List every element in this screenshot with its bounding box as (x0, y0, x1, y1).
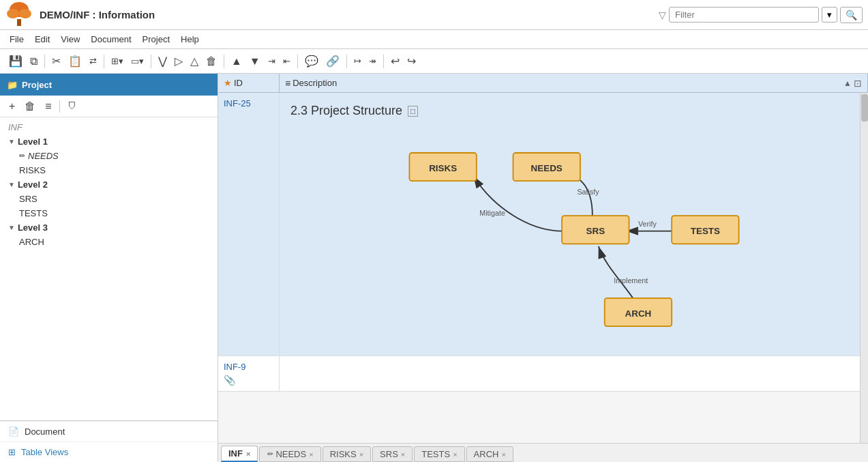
row-desc-inf9 (280, 356, 868, 391)
tab-needs-close[interactable]: × (309, 450, 313, 459)
inf25-id-text: INF-25 (224, 98, 251, 109)
app-logo (5, 1, 33, 29)
toolbar-separator-5 (297, 55, 298, 68)
indent-button[interactable]: ⇥ (265, 55, 279, 68)
upload-button[interactable]: △ (187, 54, 202, 69)
tab-inf-close[interactable]: × (246, 450, 250, 458)
outdent-button[interactable]: ⇤ (280, 55, 294, 68)
filter-search-button[interactable]: 🔍 (840, 7, 863, 23)
sidebar-add-button[interactable]: + (5, 99, 18, 114)
svg-point-1 (7, 9, 19, 18)
col-sort-asc-button[interactable]: ▲ (843, 78, 852, 88)
level1-label: Level 1 (18, 136, 48, 147)
sidebar-list-button[interactable]: ≡ (42, 99, 55, 114)
tree-item-needs[interactable]: ✏ NEEDS (0, 149, 218, 163)
filter-dropdown-button[interactable]: ▾ (822, 7, 837, 23)
tab-srs[interactable]: SRS × (372, 446, 413, 462)
col-expand-button[interactable]: ⊡ (854, 78, 862, 89)
scrollbar[interactable] (860, 93, 868, 443)
toolbar-separator-6 (346, 55, 347, 68)
arrow-satisfy-label: Satisfy (577, 188, 599, 196)
tab-arch-close[interactable]: × (501, 450, 505, 459)
tab-needs-label: NEEDS (275, 449, 306, 459)
tree-item-srs[interactable]: SRS (0, 192, 218, 206)
tree-item-risks[interactable]: RISKS (0, 163, 218, 177)
tab-needs-edit-icon: ✏ (267, 450, 273, 459)
undo-button[interactable]: ↩ (387, 54, 403, 69)
content-header: ★ ID ≡ Description ▲ ⊡ (218, 74, 868, 93)
tree-item-level3[interactable]: ▼ Level 3 (0, 220, 218, 235)
menu-help[interactable]: Help (177, 33, 203, 46)
tree-item-level2[interactable]: ▼ Level 2 (0, 177, 218, 192)
needs-label: NEEDS (28, 151, 59, 161)
save-button[interactable]: 💾 (5, 54, 26, 69)
project-tree: INF ▼ Level 1 ✏ NEEDS RISKS ▼ Level 2 (0, 117, 218, 420)
sidebar-document-item[interactable]: 📄 Document (0, 421, 218, 442)
content-body: INF-25 2.3 Project Structure □ (218, 93, 868, 443)
tab-tests-close[interactable]: × (453, 450, 457, 459)
paste-button[interactable]: 📋 (65, 54, 85, 69)
tab-risks-close[interactable]: × (359, 450, 363, 459)
toolbar-separator-7 (383, 55, 384, 68)
tab-srs-close[interactable]: × (401, 450, 405, 459)
sidebar-toolbar: + 🗑 ≡ ⛉ (0, 96, 218, 117)
id-col-star: ★ (224, 78, 232, 88)
sidebar-tree-button[interactable]: ⛉ (64, 100, 80, 113)
tab-needs[interactable]: ✏ NEEDS × (259, 446, 320, 462)
tree-item-inf[interactable]: INF (0, 120, 218, 134)
desc-col-icon: ≡ (285, 78, 290, 89)
menu-file[interactable]: File (5, 33, 28, 46)
tab-risks-label: RISKS (330, 449, 357, 459)
srs-label: SRS (19, 194, 38, 204)
tab-tests[interactable]: TESTS × (414, 446, 464, 462)
menu-document[interactable]: Document (87, 33, 135, 46)
share-button[interactable]: ⇄ (86, 55, 100, 68)
desc-column-header: ≡ Description ▲ ⊡ (280, 74, 868, 92)
row-desc-inf25: 2.3 Project Structure □ Miti (280, 93, 868, 356)
content-row-inf9[interactable]: INF-9 📎 (218, 356, 868, 392)
tree-item-arch[interactable]: ARCH (0, 235, 218, 249)
tab-inf[interactable]: INF × (221, 446, 258, 462)
filter-input[interactable] (669, 7, 819, 23)
inf-label: INF (8, 122, 23, 132)
id-column-header: ★ ID (218, 74, 280, 92)
menubar: File Edit View Document Project Help (0, 30, 868, 49)
comment-button[interactable]: 💬 (301, 54, 322, 69)
inf9-id-text: INF-9 (224, 362, 246, 372)
svg-rect-3 (17, 19, 21, 26)
filter-down-button[interactable]: ⋁ (155, 54, 170, 69)
copy-view-button[interactable]: ⧉ (27, 54, 41, 69)
sidebar-header: 📁 Project (0, 74, 218, 96)
play-button[interactable]: ▷ (171, 54, 186, 69)
sidebar-tableviews-item[interactable]: ⊞ Table Views (0, 442, 218, 462)
move-down-button[interactable]: ▼ (246, 54, 264, 69)
export-end-button[interactable]: ↠ (365, 55, 380, 68)
document-label: Document (25, 427, 65, 437)
delete-button[interactable]: 🗑 (203, 54, 220, 69)
content-area: ★ ID ≡ Description ▲ ⊡ INF-25 (218, 74, 868, 462)
tree-item-tests[interactable]: TESTS (0, 206, 218, 220)
level2-label: Level 2 (18, 179, 48, 190)
arrow-mitigate-label: Mitigate (479, 209, 505, 217)
cut-button[interactable]: ✂ (48, 54, 64, 69)
tree-item-level1[interactable]: ▼ Level 1 (0, 134, 218, 149)
link-button[interactable]: 🔗 (323, 54, 343, 69)
node-needs-label: NEEDS (530, 163, 562, 173)
app-title: DEMO/INF : Information (40, 9, 659, 20)
export-right-button[interactable]: ↦ (350, 55, 365, 68)
menu-edit[interactable]: Edit (31, 33, 54, 46)
diagram-expand-icon[interactable]: □ (408, 106, 418, 117)
sidebar-delete-button[interactable]: 🗑 (21, 99, 39, 114)
tab-arch[interactable]: ARCH × (466, 446, 513, 462)
sidebar: 📁 Project + 🗑 ≡ ⛉ INF ▼ Level 1 ✏ (0, 74, 218, 462)
content-row-inf25[interactable]: INF-25 2.3 Project Structure □ (218, 93, 868, 356)
tab-risks[interactable]: RISKS × (323, 446, 371, 462)
arrow-implement-label: Implement (614, 276, 648, 285)
insert-box-button[interactable]: ▭▾ (128, 55, 147, 68)
menu-project[interactable]: Project (138, 33, 174, 46)
insert-dropdown-button[interactable]: ⊞▾ (108, 55, 127, 68)
menu-view[interactable]: View (57, 33, 84, 46)
redo-button[interactable]: ↪ (404, 54, 419, 69)
tableviews-label: Table Views (21, 447, 68, 457)
move-up-button[interactable]: ▲ (228, 54, 245, 69)
